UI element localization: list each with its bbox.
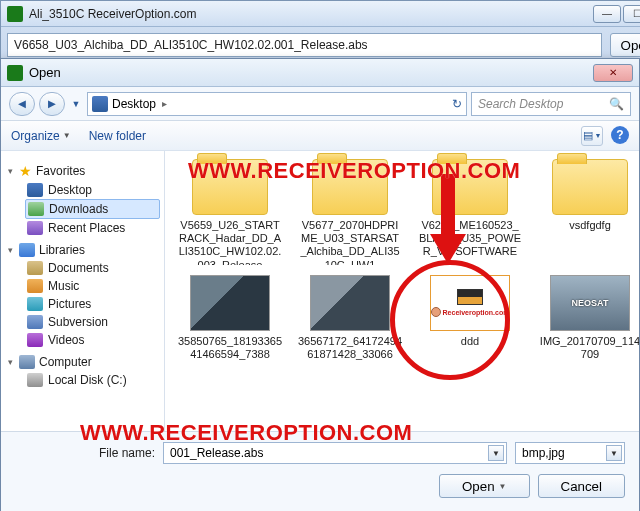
file-item-folder[interactable]: vsdfgdfg: [535, 159, 639, 265]
minimize-button[interactable]: —: [593, 5, 621, 23]
dialog-title: Open: [29, 65, 587, 80]
file-label: V6243_ME160523_BLACK_U35_POWER_VU SOFTWA…: [418, 219, 522, 259]
pictures-icon: [27, 297, 43, 311]
star-icon: ★: [19, 163, 32, 179]
breadcrumb-bar[interactable]: Desktop ▸ ↻: [87, 92, 467, 116]
sidebar-item-label: Subversion: [48, 315, 108, 329]
file-label: vsdfgdfg: [538, 219, 639, 232]
videos-icon: [27, 333, 43, 347]
file-label: ddd: [418, 335, 522, 348]
file-type-filter[interactable]: bmp,jpg ▼: [515, 442, 625, 464]
file-label: 35850765_1819336541466594_7388: [178, 335, 282, 361]
sidebar-item-music[interactable]: Music: [25, 277, 160, 295]
disk-icon: [27, 373, 43, 387]
nav-forward-button[interactable]: ►: [39, 92, 65, 116]
nav-back-button[interactable]: ◄: [9, 92, 35, 116]
folder-icon: [432, 159, 508, 215]
computer-list: Local Disk (C:): [5, 371, 160, 389]
thumbnail-graphic: [457, 289, 483, 305]
favorites-header[interactable]: ▾ ★ Favorites: [5, 163, 160, 179]
sidebar-item-label: Desktop: [48, 183, 92, 197]
parent-window-title: Ali_3510C ReceiverOption.com: [29, 7, 587, 21]
folder-icon: [312, 159, 388, 215]
sidebar-item-label: Downloads: [49, 202, 108, 216]
libraries-label: Libraries: [39, 243, 85, 257]
chevron-down-icon: ▼: [63, 131, 71, 140]
sidebar-item-label: Recent Places: [48, 221, 125, 235]
sidebar-item-label: Documents: [48, 261, 109, 275]
file-name-input[interactable]: 001_Release.abs ▼: [163, 442, 507, 464]
nav-history-dropdown[interactable]: ▼: [69, 92, 83, 116]
music-icon: [27, 279, 43, 293]
favorites-label: Favorites: [36, 164, 85, 178]
libraries-list: Documents Music Pictures Subversion Vide…: [5, 259, 160, 349]
sidebar-item-recent-places[interactable]: Recent Places: [25, 219, 160, 237]
image-thumbnail: NEOSAT: [550, 275, 630, 331]
file-item-image[interactable]: 36567172_6417249461871428_33066: [295, 275, 405, 361]
sidebar-item-downloads[interactable]: Downloads: [25, 199, 160, 219]
sidebar: ▾ ★ Favorites Desktop Downloads Recent P…: [1, 151, 165, 431]
downloads-icon: [28, 202, 44, 216]
documents-icon: [27, 261, 43, 275]
file-item-ddd[interactable]: Receiveroption.com ddd: [415, 275, 525, 361]
help-icon[interactable]: ?: [611, 126, 629, 144]
open-button-label: Open: [462, 479, 495, 494]
face-icon: [431, 307, 441, 317]
computer-header[interactable]: ▾ Computer: [5, 355, 160, 369]
collapse-icon: ▾: [5, 166, 15, 176]
search-icon: 🔍: [609, 97, 624, 111]
chevron-down-icon[interactable]: ▼: [606, 445, 622, 461]
sidebar-item-subversion[interactable]: Subversion: [25, 313, 160, 331]
cancel-button[interactable]: Cancel: [538, 474, 626, 498]
file-item-folder[interactable]: V5659_U26_STARTRACK_Hadar_DD_ALI3510C_HW…: [175, 159, 285, 265]
collapse-icon: ▾: [5, 245, 15, 255]
breadcrumb-location: Desktop: [112, 97, 156, 111]
file-grid: V5659_U26_STARTRACK_Hadar_DD_ALI3510C_HW…: [165, 151, 639, 431]
parent-title-bar: Ali_3510C ReceiverOption.com — ☐ ✕: [1, 1, 640, 27]
new-folder-button[interactable]: New folder: [89, 129, 146, 143]
sidebar-item-desktop[interactable]: Desktop: [25, 181, 160, 199]
open-button[interactable]: Open ▼: [439, 474, 530, 498]
file-item-folder[interactable]: V6243_ME160523_BLACK_U35_POWER_VU SOFTWA…: [415, 159, 525, 265]
search-placeholder: Search Desktop: [478, 97, 563, 111]
file-item-image[interactable]: NEOSAT IMG_20170709_114709: [535, 275, 639, 361]
subversion-icon: [27, 315, 43, 329]
organize-menu[interactable]: Organize ▼: [11, 129, 71, 143]
open-dialog: Open ✕ ◄ ► ▼ Desktop ▸ ↻ Search Desktop …: [0, 58, 640, 511]
maximize-button[interactable]: ☐: [623, 5, 640, 23]
sidebar-item-local-disk-c[interactable]: Local Disk (C:): [25, 371, 160, 389]
file-item-image[interactable]: 35850765_1819336541466594_7388: [175, 275, 285, 361]
sidebar-item-label: Pictures: [48, 297, 91, 311]
sidebar-item-pictures[interactable]: Pictures: [25, 295, 160, 313]
folder-icon: [192, 159, 268, 215]
dialog-window-controls: ✕: [593, 64, 633, 82]
desktop-icon: [27, 183, 43, 197]
refresh-icon[interactable]: ↻: [452, 97, 462, 111]
view-mode-button[interactable]: ▤▼: [581, 126, 603, 146]
dialog-footer: File name: 001_Release.abs ▼ bmp,jpg ▼ O…: [1, 431, 639, 511]
dialog-close-button[interactable]: ✕: [593, 64, 633, 82]
computer-label: Computer: [39, 355, 92, 369]
path-field[interactable]: V6658_U03_Alchiba_DD_ALI3510C_HW102.02.0…: [7, 33, 602, 57]
new-folder-label: New folder: [89, 129, 146, 143]
open-sw-label: Open S/W: [621, 38, 640, 53]
dialog-title-bar: Open ✕: [1, 59, 639, 87]
sidebar-item-label: Local Disk (C:): [48, 373, 127, 387]
sidebar-item-documents[interactable]: Documents: [25, 259, 160, 277]
chevron-down-icon: ▼: [499, 482, 507, 491]
dialog-app-icon: [7, 65, 23, 81]
open-sw-button[interactable]: Open S/W: [610, 33, 640, 57]
file-type-value: bmp,jpg: [522, 446, 565, 460]
chevron-right-icon[interactable]: ▸: [160, 98, 169, 109]
favorites-list: Desktop Downloads Recent Places: [5, 181, 160, 237]
file-item-folder[interactable]: V5677_2070HDPRIME_U03_STARSAT_Alchiba_DD…: [295, 159, 405, 265]
sidebar-item-videos[interactable]: Videos: [25, 331, 160, 349]
file-name-label: File name:: [15, 446, 155, 460]
chevron-down-icon[interactable]: ▼: [488, 445, 504, 461]
parent-window: Ali_3510C ReceiverOption.com — ☐ ✕ V6658…: [0, 0, 640, 64]
search-input[interactable]: Search Desktop 🔍: [471, 92, 631, 116]
libraries-header[interactable]: ▾ Libraries: [5, 243, 160, 257]
app-icon: [7, 6, 23, 22]
image-thumbnail: Receiveroption.com: [430, 275, 510, 331]
sidebar-item-label: Videos: [48, 333, 84, 347]
